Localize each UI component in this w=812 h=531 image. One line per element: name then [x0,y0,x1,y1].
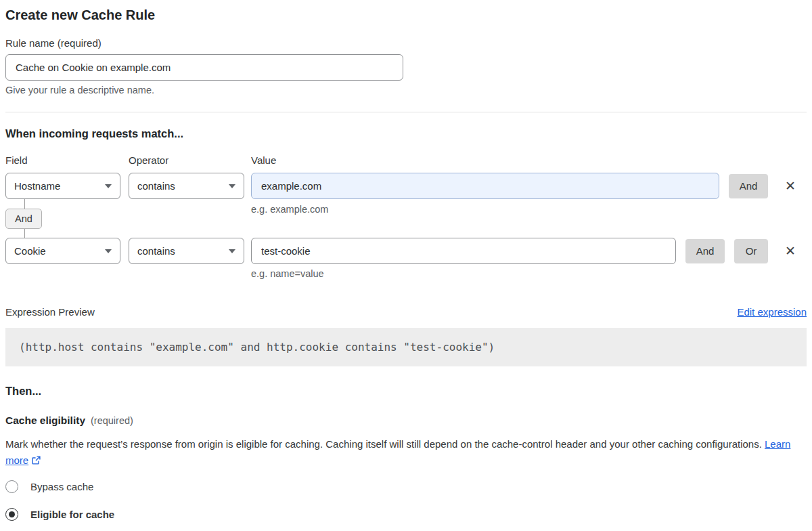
radio-dot [9,511,15,517]
condition-row: Hostname contains And ✕ [5,173,807,199]
value-hint-1: e.g. example.com [251,203,328,215]
radio-circle-selected[interactable] [5,508,18,521]
radio-circle-unselected[interactable] [5,480,18,493]
section-divider [5,112,807,112]
then-heading: Then... [5,384,807,398]
field-select-1-value: Hostname [14,180,60,192]
create-cache-rule-page: Create new Cache Rule Rule name (require… [0,7,812,521]
or-button-2[interactable]: Or [734,239,768,263]
field-column-label: Field [5,154,129,167]
rule-name-input[interactable] [5,54,403,81]
value-input-2[interactable] [251,238,676,264]
expression-preview-label: Expression Preview [5,305,95,318]
chevron-down-icon [105,184,112,188]
radio-label: Eligible for cache [30,509,114,520]
expression-code-block: (http.host contains "example.com" and ht… [5,328,807,366]
cache-eligibility-description: Mark whether the request’s response from… [5,436,807,469]
close-icon[interactable]: ✕ [782,242,799,260]
expression-preview-header: Expression Preview Edit expression [5,305,807,318]
chevron-down-icon [229,184,235,188]
value-column-label: Value [251,154,807,167]
chevron-down-icon [229,249,235,253]
expression-code: (http.host contains "example.com" and ht… [19,341,495,354]
condition-column-headers: Field Operator Value [5,154,807,167]
rule-name-label: Rule name (required) [5,37,807,49]
chevron-down-icon [105,249,112,253]
page-title: Create new Cache Rule [5,7,807,23]
field-select-2[interactable]: Cookie [5,238,120,264]
radio-bypass-cache[interactable]: Bypass cache [5,480,807,493]
condition-connector-zone: And e.g. example.com [5,199,807,238]
field-select-1[interactable]: Hostname [5,173,120,199]
close-icon[interactable]: ✕ [782,177,799,195]
connector-line [24,199,25,209]
operator-select-1[interactable]: contains [129,173,244,199]
value-hint-2: e.g. name=value [251,268,807,280]
value-input-1[interactable] [251,173,719,199]
edit-expression-link[interactable]: Edit expression [737,306,807,318]
operator-column-label: Operator [129,154,251,167]
operator-select-2[interactable]: contains [129,238,244,264]
and-button-2[interactable]: And [685,239,725,263]
and-button-1[interactable]: And [729,174,768,198]
field-select-2-value: Cookie [14,245,46,257]
rule-name-helper: Give your rule a descriptive name. [5,84,807,96]
radio-label: Bypass cache [30,481,93,492]
condition-row: Cookie contains And Or ✕ [5,238,807,264]
required-note: (required) [91,415,133,426]
operator-select-1-value: contains [137,180,175,192]
radio-eligible-for-cache[interactable]: Eligible for cache [5,508,807,521]
description-text: Mark whether the request’s response from… [5,438,762,450]
external-link-icon [31,455,41,465]
operator-select-2-value: contains [137,245,175,257]
cache-eligibility-heading: Cache eligibility [5,414,85,427]
match-heading: When incoming requests match... [5,127,807,140]
connector-line [24,229,25,238]
connector-and-chip[interactable]: And [5,209,42,229]
cache-eligibility-heading-row: Cache eligibility (required) [5,414,807,427]
